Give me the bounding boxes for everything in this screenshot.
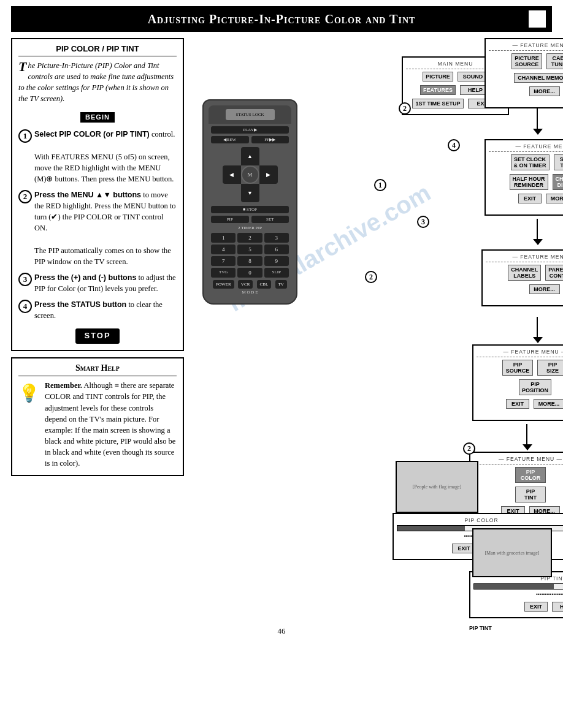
more-btn-4[interactable]: MORE...	[534, 399, 563, 409]
num-6[interactable]: 6	[264, 245, 289, 254]
stop-btn[interactable]: ■ STOP	[211, 206, 289, 213]
picture-btn[interactable]: PICTURE	[423, 72, 453, 82]
feat-menu-4-title: — FEATURE MENU —	[477, 349, 563, 355]
cbl-btn[interactable]: CBL	[257, 280, 272, 289]
feat-3-row-1: CHANNELLABELS PARENTALCONTROL	[486, 264, 563, 282]
half-hour-btn[interactable]: HALF HOURREMINDER	[510, 174, 548, 190]
power-btn[interactable]: POWER	[213, 280, 234, 289]
feat-menu-1-title: — FEATURE MENU —	[489, 42, 563, 48]
feat-2-row-1: SET CLOCK& ON TIMER SLEEPTIMER	[489, 153, 563, 172]
parental-control-btn[interactable]: PARENTALCONTROL	[545, 265, 563, 281]
set-clock-btn[interactable]: SET CLOCK& ON TIMER	[511, 154, 550, 170]
step-2-circle: 2	[463, 442, 475, 455]
feat-4-row-2: PIPPOSITION	[477, 378, 563, 396]
vcr-btn[interactable]: VCR	[238, 280, 253, 289]
exit-btn-2[interactable]: EXIT	[518, 194, 542, 203]
bulb-icon: 💡	[18, 381, 40, 406]
play-btn[interactable]: PLAY▶	[211, 126, 289, 134]
pip-tint-exit-btn[interactable]: EXIT	[524, 602, 548, 612]
pip-tint-bar	[473, 583, 563, 590]
pip-size-btn[interactable]: PIPSIZE	[537, 360, 563, 376]
num-9[interactable]: 9	[264, 256, 289, 266]
feature-menu-2: — FEATURE MENU — SET CLOCK& ON TIMER SLE…	[484, 139, 563, 216]
d-pad-center[interactable]: M	[241, 165, 259, 184]
num-5[interactable]: 5	[237, 245, 262, 254]
title-bar: Adjusting Picture-In-Picture Color and T…	[11, 6, 552, 32]
num-7[interactable]: 7	[211, 256, 236, 266]
num-8[interactable]: 8	[237, 256, 262, 266]
set-btn[interactable]: SET	[251, 216, 289, 223]
slip-btn[interactable]: SLIP	[264, 268, 289, 278]
smart-help-body: 💡 Remember. Although ≡ there are separat…	[18, 380, 177, 469]
more-btn-3[interactable]: MORE...	[529, 284, 560, 294]
channel-labels-btn[interactable]: CHANNELLABELS	[508, 265, 541, 281]
step-1-detail: With FEATURES MENU (5 of5) on screen, mo…	[34, 153, 174, 183]
pip-color-photo: [People with flag image]	[396, 461, 478, 513]
feat-5-row-2: PIPTINT	[473, 485, 563, 504]
step-2-detail: The PIP automatically comes on to show t…	[34, 246, 171, 266]
pip-color-body: The Picture-In-Picture (PIP) Color and T…	[18, 60, 177, 344]
step-3: 3 Press the (+) and (-) buttons to adjus…	[18, 272, 177, 294]
feat-4-row-1: PIPSOURCE PIPSIZE	[477, 358, 563, 377]
num-2[interactable]: 2	[237, 233, 262, 243]
step-2: 2 Press the MENU ▲▼ buttons to move the …	[18, 189, 177, 267]
exit-btn-3[interactable]: EXIT	[506, 399, 529, 409]
pip-tint-photo: [Man with groceries image]	[472, 528, 552, 577]
step-3-label: Press the (+) and (-) buttons	[34, 273, 136, 282]
sound-btn[interactable]: SOUND	[458, 72, 488, 82]
tv-btn[interactable]: TV	[275, 280, 287, 289]
pip-position-btn[interactable]: PIPPOSITION	[519, 379, 551, 395]
page-title: Adjusting Picture-In-Picture Color and T…	[34, 12, 529, 26]
d-pad-down[interactable]: ▼	[241, 184, 259, 202]
rew-btn[interactable]: ◀REW	[211, 136, 249, 143]
pip-source-btn[interactable]: PIPSOURCE	[502, 360, 533, 376]
picture-source-btn[interactable]: PICTURESOURCE	[511, 53, 542, 69]
num-4[interactable]: 4	[211, 245, 236, 254]
photo-placeholder: [People with flag image]	[413, 484, 461, 490]
features-btn[interactable]: FEATURES	[420, 85, 456, 95]
right-column: manualarchive.com STATUS LOCK PLAY▶ ◀REW	[190, 38, 552, 620]
pip-tint-help-btn[interactable]: HELP	[552, 602, 563, 612]
step-4-label: Press the STATUS button	[34, 300, 126, 309]
channel-memory-btn[interactable]: CHANNEL MEMORY	[514, 73, 564, 83]
pip-color-title: PIP COLOR / PIP TINT	[18, 44, 177, 56]
step-1-num: 1	[18, 129, 32, 143]
feat-5-row-1: PIPCOLOR	[473, 466, 563, 484]
num-0[interactable]: 0	[237, 268, 262, 278]
pip-btn[interactable]: PIP	[211, 216, 249, 223]
page-4-of-5: 4 OF 5 ▪▪▪▪	[477, 411, 563, 417]
arrow-line-1-2	[537, 108, 538, 130]
d-pad-left[interactable]: ◀	[223, 165, 241, 184]
pip-set-row: PIP SET	[211, 216, 289, 223]
corner-box	[529, 10, 546, 28]
tvg-btn[interactable]: TVG	[211, 268, 236, 278]
d-pad-right[interactable]: ▶	[259, 165, 278, 184]
page-wrapper: Adjusting Picture-In-Picture Color and T…	[0, 0, 563, 728]
arrow-line-3-4	[537, 317, 538, 338]
arrow-line-2-3	[537, 219, 538, 240]
dashed-line-2	[489, 50, 563, 51]
smart-help-title: Smart Help	[18, 363, 177, 376]
mode-label: M O D E	[209, 290, 291, 295]
sleep-timer-btn[interactable]: SLEEPTIMER	[554, 154, 564, 170]
pip-tint-btn[interactable]: PIPTINT	[515, 487, 546, 502]
pip-color-btn[interactable]: PIPCOLOR	[515, 467, 546, 483]
arrow-3-4	[533, 337, 543, 343]
feature-menu-1: — FEATURE MENU — PICTURESOURCE CABLETUNI…	[484, 38, 563, 108]
cable-tuning-btn[interactable]: CABLETUNING	[546, 53, 563, 69]
ff-btn[interactable]: FF▶▶	[251, 136, 289, 143]
remote-screen-text: STATUS LOCK	[236, 112, 264, 117]
more-btn-2[interactable]: MORE...	[546, 194, 563, 203]
1st-time-setup-btn[interactable]: 1ST TIME SETUP	[412, 99, 463, 108]
diagram-step-2-badge: 2	[463, 442, 475, 455]
pip-color-control-title: PIP COLOR	[397, 517, 563, 523]
more-btn-1[interactable]: MORE...	[529, 86, 560, 96]
channel-display-btn[interactable]: CHANNELDISPLAY	[553, 174, 564, 190]
rew-ff-row: ◀REW FF▶▶	[211, 136, 289, 143]
num-3[interactable]: 3	[264, 233, 289, 243]
d-pad-up[interactable]: ▲	[241, 147, 259, 165]
step-4: 4 Press the STATUS button to clear the s…	[18, 299, 177, 321]
page-1-of-5: 1 OF 5 ▪▪▪▪	[489, 99, 563, 104]
step-4-content: Press the STATUS button to clear the scr…	[34, 299, 177, 321]
num-1[interactable]: 1	[211, 233, 236, 243]
